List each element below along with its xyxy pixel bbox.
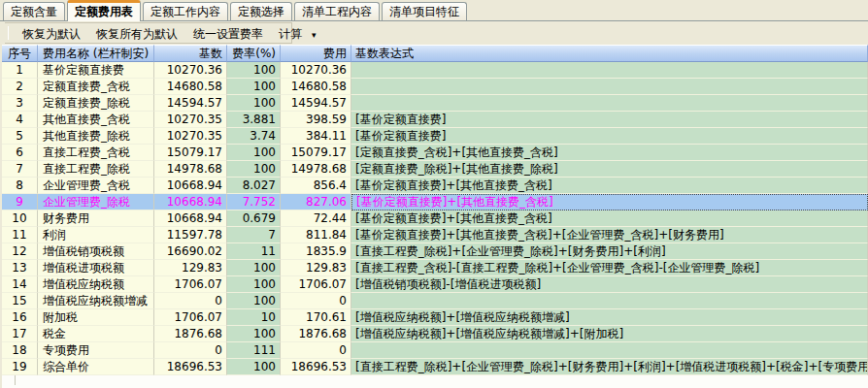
tab-4[interactable]: 清单工程内容 (294, 2, 380, 20)
cell-fee-name[interactable]: 其他直接费_含税 (38, 112, 154, 128)
cell-fee-name[interactable]: 定额直接费_除税 (38, 95, 154, 112)
cell-base[interactable]: 1706.07 (154, 309, 227, 326)
cell-base-expression[interactable]: [基价定额直接费]+[其他直接费_含税] (351, 194, 868, 210)
cell-serial[interactable]: 6 (2, 145, 38, 161)
cell-serial[interactable]: 16 (2, 309, 38, 326)
cell-rate[interactable]: 100 (227, 161, 281, 178)
cell-base-expression[interactable]: [基价定额直接费] (351, 128, 868, 145)
cell-base[interactable]: 10270.36 (154, 62, 227, 79)
cell-fee[interactable]: 398.59 (281, 112, 351, 128)
cell-fee[interactable]: 14680.58 (281, 79, 351, 95)
cell-rate[interactable]: 7 (227, 227, 281, 243)
cell-base-expression[interactable] (351, 342, 868, 359)
cell-fee-name[interactable]: 专项费用 (38, 342, 154, 359)
table-row[interactable]: 6直接工程费_含税15079.1710015079.17[定额直接费_含税]+[… (2, 145, 868, 161)
cell-fee-name[interactable]: 附加税 (38, 309, 154, 326)
column-header-5[interactable]: 基数表达式 (351, 45, 868, 62)
cell-fee[interactable]: 1876.68 (281, 326, 351, 342)
cell-fee-name[interactable]: 直接工程费_除税 (38, 161, 154, 178)
cell-base[interactable]: 10668.94 (154, 178, 227, 194)
cell-fee[interactable]: 72.44 (281, 210, 351, 227)
cell-base[interactable]: 14594.57 (154, 95, 227, 112)
table-row[interactable]: 2定额直接费_含税14680.5810014680.58 (2, 79, 868, 95)
cell-serial[interactable]: 8 (2, 178, 38, 194)
table-row[interactable]: 14增值税应纳税额1706.071001706.07[增值税销项税额]-[增值税… (2, 276, 868, 293)
column-header-0[interactable]: 序号 (2, 45, 38, 62)
cell-serial[interactable]: 17 (2, 326, 38, 342)
table-row[interactable]: 8企业管理费_含税10668.948.027856.4[基价定额直接费]+[其他… (2, 178, 868, 194)
cell-rate[interactable]: 100 (227, 260, 281, 276)
cell-fee-name[interactable]: 增值税销项税额 (38, 243, 154, 260)
table-row[interactable]: 11利润11597.787811.84[基价定额直接费]+[其他直接费_含税]+… (2, 227, 868, 243)
cell-fee[interactable]: 18696.53 (281, 359, 351, 375)
cell-base-expression[interactable]: [基价定额直接费]+[其他直接费_含税] (351, 210, 868, 227)
cell-rate[interactable]: 100 (227, 95, 281, 112)
cell-rate[interactable]: 100 (227, 79, 281, 95)
toolbar-overflow-chevron-icon[interactable]: ▾ (310, 26, 322, 40)
cell-base-expression[interactable]: [基价定额直接费]+[其他直接费_含税] (351, 178, 868, 194)
cell-fee[interactable]: 384.11 (281, 128, 351, 145)
cell-fee-name[interactable]: 增值税应纳税额增减 (38, 293, 154, 309)
column-header-3[interactable]: 费率(%) (227, 45, 281, 62)
table-row[interactable]: 7直接工程费_除税14978.6810014978.68[定额直接费_除税]+[… (2, 161, 868, 178)
table-row[interactable]: 15增值税应纳税额增减01000 (2, 293, 868, 309)
cell-fee-name[interactable]: 增值税进项税额 (38, 260, 154, 276)
cell-fee[interactable]: 170.61 (281, 309, 351, 326)
table-row[interactable]: 4其他直接费_含税10270.353.881398.59[基价定额直接费] (2, 112, 868, 128)
table-row[interactable]: 9企业管理费_除税10668.947.752827.06[基价定额直接费]+[其… (2, 194, 868, 210)
table-row[interactable]: 19综合单价18696.5310018696.53[直接工程费_除税]+[企业管… (2, 359, 868, 375)
cell-base[interactable]: 0 (154, 293, 227, 309)
toolbar-button-1[interactable]: 恢复所有为默认 (88, 23, 185, 43)
cell-rate[interactable]: 100 (227, 293, 281, 309)
cell-fee-name[interactable]: 财务费用 (38, 210, 154, 227)
cell-fee[interactable]: 1706.07 (281, 276, 351, 293)
cell-serial[interactable]: 5 (2, 128, 38, 145)
cell-fee[interactable]: 0 (281, 293, 351, 309)
cell-fee[interactable]: 811.84 (281, 227, 351, 243)
cell-base[interactable]: 14680.58 (154, 79, 227, 95)
cell-fee[interactable]: 856.4 (281, 178, 351, 194)
cell-rate[interactable]: 100 (227, 62, 281, 79)
cell-fee[interactable]: 14978.68 (281, 161, 351, 178)
cell-fee-name[interactable]: 基价定额直接费 (38, 62, 154, 79)
table-row[interactable]: 16附加税1706.0710170.61[增值税应纳税额]+[增值税应纳税额增减… (2, 309, 868, 326)
cell-serial[interactable]: 14 (2, 276, 38, 293)
cell-base[interactable]: 15079.17 (154, 145, 227, 161)
cell-rate[interactable]: 3.74 (227, 128, 281, 145)
cell-base-expression[interactable]: [直接工程费_除税]+[企业管理费_除税]+[财务费用]+[利润] (351, 243, 868, 260)
cell-base-expression[interactable]: [基价定额直接费]+[其他直接费_含税]+[企业管理费_含税]+[财务费用] (351, 227, 868, 243)
cell-fee[interactable]: 10270.36 (281, 62, 351, 79)
cell-base[interactable]: 0 (154, 342, 227, 359)
table-row[interactable]: 3定额直接费_除税14594.5710014594.57 (2, 95, 868, 112)
cell-rate[interactable]: 100 (227, 276, 281, 293)
cell-rate[interactable]: 10 (227, 309, 281, 326)
cell-base-expression[interactable]: [定额直接费_含税]+[其他直接费_含税] (351, 145, 868, 161)
cell-fee-name[interactable]: 增值税应纳税额 (38, 276, 154, 293)
cell-serial[interactable]: 19 (2, 359, 38, 375)
cell-base[interactable]: 129.83 (154, 260, 227, 276)
table-row[interactable]: 18专项费用01110 (2, 342, 868, 359)
cell-base-expression[interactable] (351, 293, 868, 309)
toolbar-button-3[interactable]: 计算 (271, 23, 310, 43)
column-header-1[interactable]: 费用名称 (栏杆制安) (38, 45, 154, 62)
cell-base-expression[interactable] (351, 95, 868, 112)
cell-fee[interactable]: 14594.57 (281, 95, 351, 112)
cell-rate[interactable]: 7.752 (227, 194, 281, 210)
cell-base[interactable]: 14978.68 (154, 161, 227, 178)
cell-fee[interactable]: 0 (281, 342, 351, 359)
cell-serial[interactable]: 18 (2, 342, 38, 359)
cell-serial[interactable]: 7 (2, 161, 38, 178)
tab-1[interactable]: 定额费用表 (67, 0, 141, 21)
cell-rate[interactable]: 100 (227, 145, 281, 161)
cell-serial[interactable]: 12 (2, 243, 38, 260)
table-row[interactable]: 13增值税进项税额129.83100129.83[直接工程费_含税]-[直接工程… (2, 260, 868, 276)
cell-fee[interactable]: 827.06 (281, 194, 351, 210)
cell-serial[interactable]: 9 (2, 194, 38, 210)
table-row[interactable]: 10财务费用10668.940.67972.44[基价定额直接费]+[其他直接费… (2, 210, 868, 227)
cell-serial[interactable]: 3 (2, 95, 38, 112)
cell-fee-name[interactable]: 企业管理费_除税 (38, 194, 154, 210)
tab-2[interactable]: 定额工作内容 (143, 2, 228, 20)
cell-base[interactable]: 16690.02 (154, 243, 227, 260)
cell-base-expression[interactable] (351, 62, 868, 79)
table-row[interactable]: 17税金1876.681001876.68[增值税应纳税额]+[增值税应纳税额增… (2, 326, 868, 342)
